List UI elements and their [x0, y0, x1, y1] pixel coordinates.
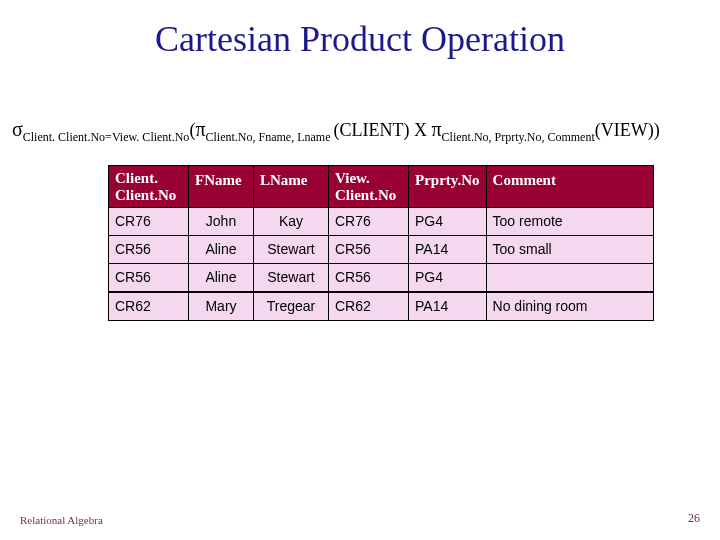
- table-row: CR76 John Kay CR76 PG4 Too remote: [109, 208, 654, 236]
- cell-view: CR56: [329, 263, 409, 291]
- sigma-symbol: σ: [12, 118, 23, 140]
- cell-view: CR62: [329, 292, 409, 320]
- sigma-subscript: Client. Client.No=View. Client.No: [23, 130, 190, 144]
- cell-fname: Aline: [189, 235, 254, 263]
- cell-client: CR56: [109, 263, 189, 291]
- th-fname: FName: [189, 166, 254, 208]
- cell-client: CR76: [109, 208, 189, 236]
- relation-1: (CLIENT) X: [333, 120, 431, 140]
- page-title: Cartesian Product Operation: [0, 0, 720, 60]
- cell-lname: Kay: [254, 208, 329, 236]
- table-row: CR62 Mary Tregear CR62 PA14 No dining ro…: [109, 292, 654, 320]
- cell-client: CR56: [109, 235, 189, 263]
- pi-symbol-1: π: [195, 118, 205, 140]
- th-client-no: Client. Client.No: [109, 166, 189, 208]
- result-table-container: Client. Client.No FName LName View. Clie…: [108, 165, 654, 321]
- th-client-b: Client.No: [115, 187, 176, 203]
- slide: Cartesian Product Operation σClient. Cli…: [0, 0, 720, 540]
- th-lname: LName: [254, 166, 329, 208]
- cell-comment: [486, 263, 653, 291]
- pi1-subscript: Client.No, Fname, Lname: [205, 130, 333, 144]
- cell-comment: Too remote: [486, 208, 653, 236]
- th-comment: Comment: [486, 166, 653, 208]
- th-view-b: Client.No: [335, 187, 396, 203]
- th-view-no: View. Client.No: [329, 166, 409, 208]
- cell-fname: Aline: [189, 263, 254, 291]
- cell-prprty: PA14: [409, 235, 487, 263]
- cell-lname: Stewart: [254, 235, 329, 263]
- cell-lname: Tregear: [254, 292, 329, 320]
- table-row: CR56 Aline Stewart CR56 PA14 Too small: [109, 235, 654, 263]
- th-view-a: View.: [335, 170, 370, 186]
- cell-fname: John: [189, 208, 254, 236]
- relation-2: (VIEW)): [595, 120, 660, 140]
- cell-view: CR56: [329, 235, 409, 263]
- cell-comment: No dining room: [486, 292, 653, 320]
- cell-lname: Stewart: [254, 263, 329, 291]
- cell-prprty: PG4: [409, 263, 487, 291]
- relational-algebra-expression: σClient. Client.No=View. Client.No(πClie…: [12, 118, 708, 145]
- footer-left: Relational Algebra: [20, 514, 103, 526]
- cell-comment: Too small: [486, 235, 653, 263]
- table-header-row: Client. Client.No FName LName View. Clie…: [109, 166, 654, 208]
- pi-symbol-2: π: [431, 118, 441, 140]
- cell-view: CR76: [329, 208, 409, 236]
- th-prprty: Prprty.No: [409, 166, 487, 208]
- result-table: Client. Client.No FName LName View. Clie…: [108, 165, 654, 321]
- cell-fname: Mary: [189, 292, 254, 320]
- cell-client: CR62: [109, 292, 189, 320]
- th-client-a: Client.: [115, 170, 158, 186]
- table-row: CR56 Aline Stewart CR56 PG4: [109, 263, 654, 291]
- pi2-subscript: Client.No, Prprty.No, Comment: [442, 130, 595, 144]
- cell-prprty: PG4: [409, 208, 487, 236]
- cell-prprty: PA14: [409, 292, 487, 320]
- slide-number: 26: [688, 511, 700, 526]
- table-body: CR76 John Kay CR76 PG4 Too remote CR56 A…: [109, 208, 654, 321]
